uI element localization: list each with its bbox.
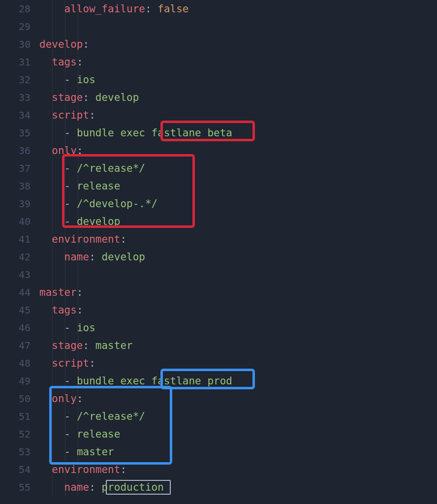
code-content[interactable]: only: — [39, 390, 83, 408]
code-line[interactable]: 31 tags: — [0, 53, 437, 71]
code-line[interactable]: 36 only: — [0, 142, 437, 159]
code-line[interactable]: 41 environment: — [0, 230, 437, 248]
line-number: 35 — [0, 124, 39, 142]
line-number: 46 — [0, 319, 39, 337]
code-content[interactable]: - ios — [39, 71, 95, 89]
code-line[interactable]: 53 - master — [0, 443, 437, 461]
line-number: 28 — [0, 0, 39, 18]
code-line[interactable]: 35 - bundle exec fastlane beta — [0, 124, 437, 142]
line-number: 54 — [0, 461, 39, 478]
line-number: 37 — [0, 159, 39, 177]
code-content[interactable]: - master — [39, 443, 114, 461]
code-line[interactable]: 38 - release — [0, 177, 437, 195]
code-content[interactable]: name: develop — [39, 248, 145, 266]
code-content[interactable]: stage: master — [39, 337, 133, 354]
code-content[interactable]: - release — [39, 177, 120, 195]
code-content[interactable]: tags: — [39, 301, 83, 319]
line-number: 49 — [0, 372, 39, 390]
line-number: 47 — [0, 337, 39, 354]
code-content[interactable]: - bundle exec fastlane prod — [39, 372, 232, 390]
code-content[interactable]: environment: — [39, 461, 126, 478]
line-number: 41 — [0, 230, 39, 248]
code-content[interactable]: develop: — [39, 35, 89, 53]
code-content[interactable]: - release — [39, 425, 120, 443]
code-content[interactable]: master: — [39, 284, 83, 301]
line-number: 31 — [0, 53, 39, 71]
line-number: 51 — [0, 408, 39, 425]
code-line[interactable]: 34 script: — [0, 106, 437, 124]
code-content[interactable]: only: — [39, 142, 83, 159]
code-content[interactable]: allow_failure: false — [39, 0, 188, 18]
line-number: 45 — [0, 301, 39, 319]
code-line[interactable]: 28 allow_failure: false — [0, 0, 437, 18]
code-line[interactable]: 37 - /^release*/ — [0, 159, 437, 177]
code-content[interactable]: - bundle exec fastlane beta — [39, 124, 232, 142]
code-line[interactable]: 47 stage: master — [0, 337, 437, 354]
code-line[interactable]: 48 script: — [0, 354, 437, 372]
code-content[interactable]: - ios — [39, 319, 95, 337]
code-line[interactable]: 44master: — [0, 284, 437, 301]
line-number: 32 — [0, 71, 39, 89]
code-line[interactable]: 50 only: — [0, 390, 437, 408]
code-line[interactable]: 45 tags: — [0, 301, 437, 319]
code-line[interactable]: 43 — [0, 266, 437, 284]
line-number: 55 — [0, 478, 39, 496]
line-number: 43 — [0, 266, 39, 284]
code-content[interactable]: - /^develop-.*/ — [39, 195, 157, 213]
code-line[interactable]: 51 - /^release*/ — [0, 408, 437, 425]
code-line[interactable]: 46 - ios — [0, 319, 437, 337]
code-line[interactable]: 54 environment: — [0, 461, 437, 478]
line-number: 34 — [0, 106, 39, 124]
code-content[interactable]: environment: — [39, 230, 126, 248]
code-line[interactable]: 52 - release — [0, 425, 437, 443]
code-line[interactable]: 30develop: — [0, 35, 437, 53]
code-editor[interactable]: 28 allow_failure: false2930develop:31 ta… — [0, 0, 437, 496]
code-line[interactable]: 42 name: develop — [0, 248, 437, 266]
line-number: 42 — [0, 248, 39, 266]
line-number: 39 — [0, 195, 39, 213]
code-line[interactable]: 32 - ios — [0, 71, 437, 89]
line-number: 33 — [0, 89, 39, 106]
code-line[interactable]: 40 - develop — [0, 213, 437, 230]
line-number: 44 — [0, 284, 39, 301]
code-line[interactable]: 55 name: production — [0, 478, 437, 496]
code-content[interactable]: - develop — [39, 213, 120, 230]
line-number: 29 — [0, 18, 39, 35]
code-line[interactable]: 33 stage: develop — [0, 89, 437, 106]
line-number: 53 — [0, 443, 39, 461]
code-content[interactable]: - /^release*/ — [39, 408, 145, 425]
code-content[interactable]: tags: — [39, 53, 83, 71]
code-content[interactable]: script: — [39, 106, 95, 124]
line-number: 48 — [0, 354, 39, 372]
code-content[interactable]: - /^release*/ — [39, 159, 145, 177]
code-content[interactable]: name: production — [39, 478, 164, 496]
line-number: 36 — [0, 142, 39, 159]
code-line[interactable]: 39 - /^develop-.*/ — [0, 195, 437, 213]
line-number: 40 — [0, 213, 39, 230]
code-content[interactable]: script: — [39, 354, 95, 372]
line-number: 38 — [0, 177, 39, 195]
code-content[interactable]: stage: develop — [39, 89, 139, 106]
line-number: 52 — [0, 425, 39, 443]
line-number: 30 — [0, 35, 39, 53]
code-line[interactable]: 29 — [0, 18, 437, 35]
code-line[interactable]: 49 - bundle exec fastlane prod — [0, 372, 437, 390]
line-number: 50 — [0, 390, 39, 408]
